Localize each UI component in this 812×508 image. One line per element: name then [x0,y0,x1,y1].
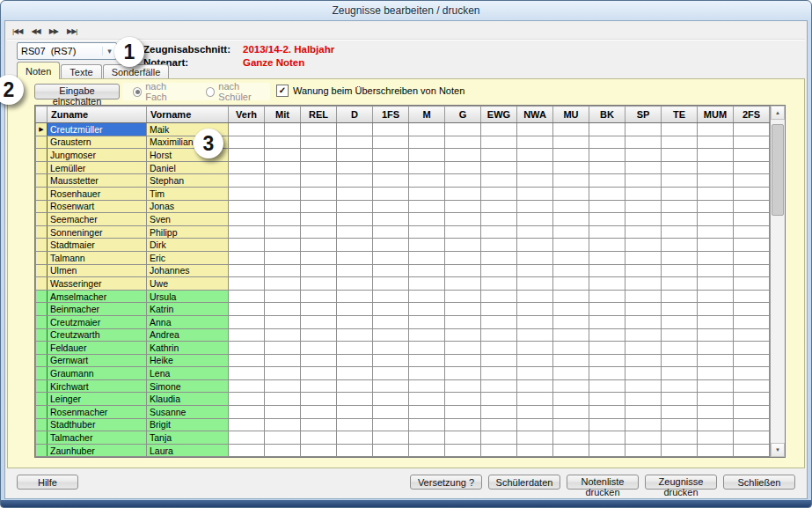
cell-vorname[interactable]: Jonas [147,200,229,213]
cell-grade[interactable] [337,406,373,419]
cell-grade[interactable] [734,406,770,419]
cell-grade[interactable] [517,431,553,445]
cell-grade[interactable] [265,174,301,188]
cell-grade[interactable] [517,328,553,342]
cell-grade[interactable] [301,187,337,200]
cell-grade[interactable] [734,303,770,316]
cell-grade[interactable] [373,303,409,316]
cell-grade[interactable] [265,225,301,239]
cell-grade[interactable] [662,367,698,380]
cell-grade[interactable] [517,406,553,419]
cell-grade[interactable] [589,225,625,239]
cell-grade[interactable] [445,367,481,380]
cell-grade[interactable] [698,444,734,457]
cell-grade[interactable] [589,251,625,264]
cell-grade[interactable] [517,149,553,162]
cell-grade[interactable] [517,200,553,213]
cell-grade[interactable] [301,328,337,342]
cell-grade[interactable] [734,277,770,291]
cell-grade[interactable] [409,303,445,316]
cell-grade[interactable] [625,315,662,328]
cell-grade[interactable] [301,315,337,328]
cell-grade[interactable] [337,225,373,239]
cell-grade[interactable] [337,277,373,291]
cell-grade[interactable] [373,393,409,406]
cell-grade[interactable] [662,136,698,149]
cell-grade[interactable] [337,136,373,149]
cell-grade[interactable] [481,174,517,188]
cell-zuname[interactable]: Stadtmaier [48,239,147,252]
cell-grade[interactable] [662,418,698,431]
cell-grade[interactable] [589,290,625,303]
cell-grade[interactable] [301,431,337,445]
cell-grade[interactable] [409,213,445,226]
cell-grade[interactable] [698,342,734,355]
cell-grade[interactable] [625,251,662,264]
cell-grade[interactable] [698,328,734,342]
cell-grade[interactable] [734,444,770,457]
cell-grade[interactable] [229,406,265,419]
cell-grade[interactable] [481,239,517,252]
cell-grade[interactable] [373,431,409,445]
cell-grade[interactable] [734,379,770,393]
cell-grade[interactable] [662,264,698,277]
cell-grade[interactable] [265,264,301,277]
cell-grade[interactable] [589,123,625,136]
cell-grade[interactable] [662,354,698,367]
cell-grade[interactable] [589,149,625,162]
cell-grade[interactable] [734,367,770,380]
cell-grade[interactable] [734,342,770,355]
cell-grade[interactable] [337,174,373,188]
cell-grade[interactable] [445,264,481,277]
cell-grade[interactable] [373,444,409,457]
cell-grade[interactable] [445,354,481,367]
cell-grade[interactable] [589,187,625,200]
cell-grade[interactable] [734,418,770,431]
cell-grade[interactable] [229,342,265,355]
cell-grade[interactable] [373,225,409,239]
cell-grade[interactable] [698,161,734,174]
cell-grade[interactable] [589,200,625,213]
cell-grade[interactable] [517,354,553,367]
cell-grade[interactable] [337,328,373,342]
cell-grade[interactable] [229,200,265,213]
cell-zuname[interactable]: Kirchwart [48,379,147,393]
cell-grade[interactable] [229,161,265,174]
cell-vorname[interactable]: Johannes [147,264,229,277]
cell-grade[interactable] [265,315,301,328]
cell-grade[interactable] [229,149,265,162]
cell-grade[interactable] [301,200,337,213]
cell-vorname[interactable]: Andrea [147,328,229,342]
cell-grade[interactable] [265,200,301,213]
cell-grade[interactable] [553,264,589,277]
cell-grade[interactable] [553,393,589,406]
cell-grade[interactable] [481,393,517,406]
cell-grade[interactable] [229,264,265,277]
cell-grade[interactable] [229,315,265,328]
cell-grade[interactable] [337,251,373,264]
cell-vorname[interactable]: Brigit [147,418,229,431]
cell-grade[interactable] [409,328,445,342]
cell-grade[interactable] [662,290,698,303]
cell-grade[interactable] [734,187,770,200]
cell-grade[interactable] [662,277,698,291]
cell-grade[interactable] [553,315,589,328]
tab-noten[interactable]: Noten [17,62,60,79]
cell-grade[interactable] [589,213,625,226]
cell-grade[interactable] [553,149,589,162]
cell-vorname[interactable]: Kathrin [147,342,229,355]
cell-grade[interactable] [662,225,698,239]
cell-grade[interactable] [409,406,445,419]
cell-zuname[interactable]: Amselmacher [48,290,147,303]
cell-grade[interactable] [481,444,517,457]
cell-grade[interactable] [481,328,517,342]
cell-grade[interactable] [734,354,770,367]
cell-grade[interactable] [445,251,481,264]
cell-grade[interactable] [553,367,589,380]
cell-grade[interactable] [734,213,770,226]
cell-vorname[interactable]: Daniel [147,161,229,174]
cell-grade[interactable] [517,251,553,264]
cell-grade[interactable] [553,406,589,419]
cell-grade[interactable] [373,277,409,291]
cell-grade[interactable] [517,187,553,200]
